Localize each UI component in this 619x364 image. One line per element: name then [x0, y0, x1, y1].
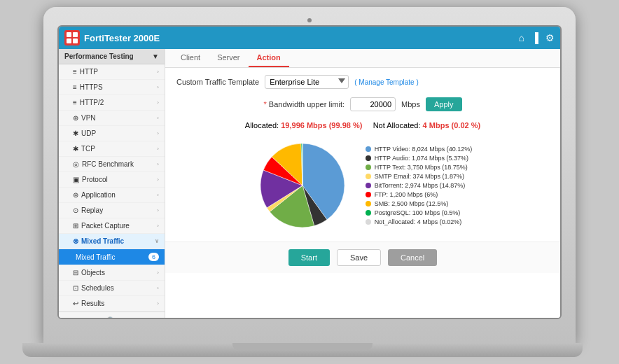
- required-star: *: [263, 100, 266, 108]
- legend-item: BitTorrent: 2,974 Mbps (14.87%): [366, 182, 473, 189]
- application-icon: ⊛: [73, 191, 78, 199]
- sidebar-item-label: Protocol: [82, 176, 108, 183]
- dropdown-chevron-icon: ▼: [152, 52, 159, 60]
- cancel-button[interactable]: Cancel: [388, 249, 437, 266]
- legend-label: PostgreSQL: 100 Mbps (0.5%): [375, 209, 461, 216]
- legend-item: HTTP Audio: 1,074 Mbps (5.37%): [366, 155, 473, 162]
- mixed-badge: 6: [148, 253, 159, 261]
- sidebar-item-mixed-parent[interactable]: ⊗ Mixed Traffic ∨: [59, 234, 165, 249]
- legend-label: BitTorrent: 2,974 Mbps (14.87%): [375, 182, 466, 189]
- sidebar-item-https[interactable]: ≡ HTTPS ›: [59, 80, 165, 95]
- http2-icon: ≡: [73, 99, 77, 106]
- chevron-icon: ›: [157, 270, 159, 276]
- sidebar-item-application[interactable]: ⊛ Application ›: [59, 188, 165, 203]
- sidebar-item-packet[interactable]: ⊞ Packet Capture ›: [59, 218, 165, 234]
- sidebar-item-label: Results: [81, 300, 104, 307]
- results-icon: ↩: [73, 300, 78, 307]
- rfc-icon: ◎: [73, 160, 79, 168]
- logo: FortiTester 2000E: [64, 30, 160, 46]
- sidebar-item-results[interactable]: ↩ Results ›: [59, 296, 165, 312]
- vpn-icon: ⊕: [73, 114, 78, 122]
- https-icon: ≡: [73, 83, 77, 91]
- protocol-icon: ▣: [73, 176, 79, 183]
- chevron-icon: ›: [157, 99, 159, 106]
- sidebar-item-label: HTTP: [80, 68, 98, 76]
- legend-label: HTTP Video: 8,024 Mbps (40.12%): [375, 146, 473, 153]
- schedules-icon: ⊡: [73, 284, 78, 292]
- chevron-icon: ›: [157, 300, 159, 307]
- sidebar: Performance Testing ▼ ≡ HTTP ›: [59, 49, 165, 318]
- sidebar-item-label: UDP: [81, 130, 96, 137]
- sidebar-item-vpn[interactable]: ⊕ VPN ›: [59, 111, 165, 126]
- legend-item: Not_Allocated: 4 Mbps (0.02%): [366, 218, 473, 225]
- not-allocated-label: Not Allocated:: [373, 121, 421, 130]
- sidebar-item-label: HTTPS: [80, 83, 103, 91]
- laptop-notch: [232, 343, 373, 350]
- manage-template-link[interactable]: ( Manage Template ): [354, 78, 419, 86]
- sidebar-item-label: Application: [81, 191, 116, 199]
- packet-icon: ⊞: [73, 222, 78, 230]
- legend-label: SMTP Email: 374 Mbps (1.87%): [375, 173, 464, 180]
- bandwidth-unit: Mbps: [401, 100, 420, 108]
- tcp-icon: ✱: [73, 145, 78, 153]
- chevron-icon: ›: [157, 84, 159, 90]
- chart-icon[interactable]: ▐: [531, 32, 538, 43]
- tab-action[interactable]: Action: [249, 49, 289, 67]
- bandwidth-input[interactable]: [350, 97, 396, 111]
- sidebar-item-rfc[interactable]: ◎ RFC Benchmark ›: [59, 157, 165, 172]
- sidebar-item-label: Schedules: [81, 284, 114, 292]
- apply-button[interactable]: Apply: [426, 97, 462, 111]
- sidebar-item-label: RFC Benchmark: [82, 160, 134, 168]
- legend-dot: [366, 183, 371, 188]
- start-button[interactable]: Start: [288, 249, 330, 266]
- gear-icon[interactable]: ⚙: [545, 32, 555, 43]
- home-icon[interactable]: ⌂: [519, 32, 524, 43]
- header-icons: ⌂ ▐ ⚙: [519, 32, 555, 43]
- not-allocated-value: 4 Mbps (0.02 %): [423, 121, 481, 130]
- legend-dot: [366, 219, 371, 225]
- legend-item: HTTP Video: 8,024 Mbps (40.12%): [366, 146, 473, 153]
- search-icon[interactable]: 🔍: [106, 316, 117, 318]
- sidebar-item-label: TCP: [81, 145, 95, 153]
- laptop-base: [22, 343, 583, 357]
- sidebar-dropdown[interactable]: Performance Testing ▼: [59, 49, 165, 64]
- sidebar-item-http[interactable]: ≡ HTTP ›: [59, 64, 165, 80]
- legend-dot: [366, 210, 371, 216]
- legend-dot: [366, 146, 371, 152]
- legend-dot: [366, 164, 371, 170]
- sidebar-item-label: VPN: [81, 114, 96, 122]
- app-header: FortiTester 2000E ⌂ ▐ ⚙: [59, 27, 560, 49]
- tab-server[interactable]: Server: [209, 49, 248, 67]
- sidebar-item-mixed-child[interactable]: Mixed Traffic 6: [59, 249, 165, 265]
- legend-dot: [366, 192, 371, 197]
- sidebar-item-label: Objects: [81, 269, 105, 276]
- sidebar-item-objects[interactable]: ⊟ Objects ›: [59, 265, 165, 281]
- allocated-label: Allocated:: [245, 121, 279, 130]
- chart-legend: HTTP Video: 8,024 Mbps (40.12%)HTTP Audi…: [366, 146, 473, 225]
- template-select[interactable]: Enterprise Lite Enterprise Web: [265, 75, 349, 89]
- sidebar-item-label: Replay: [81, 206, 103, 214]
- legend-item: FTP: 1,200 Mbps (6%): [366, 191, 473, 198]
- sidebar-item-label: Mixed Traffic: [76, 253, 116, 261]
- sidebar-item-http2[interactable]: ≡ HTTP/2 ›: [59, 95, 165, 111]
- udp-icon: ✱: [73, 130, 78, 137]
- chevron-icon: ›: [157, 223, 159, 229]
- sidebar-search: 🔍: [59, 312, 165, 318]
- sidebar-item-replay[interactable]: ⊙ Replay ›: [59, 203, 165, 218]
- legend-item: HTTP Text: 3,750 Mbps (18.75%): [366, 164, 473, 171]
- sidebar-item-udp[interactable]: ✱ UDP ›: [59, 126, 165, 141]
- mixed-icon: ⊗: [73, 237, 78, 245]
- sidebar-item-schedules[interactable]: ⊡ Schedules ›: [59, 281, 165, 296]
- sidebar-item-protocol[interactable]: ▣ Protocol ›: [59, 172, 165, 188]
- bandwidth-row: * Bandwidth upper limit: Mbps Apply: [176, 97, 549, 111]
- chevron-icon: ›: [157, 176, 159, 183]
- tab-client[interactable]: Client: [172, 49, 209, 67]
- action-footer: Start Save Cancel: [165, 241, 560, 273]
- save-button[interactable]: Save: [337, 249, 381, 266]
- pie-svg: [253, 136, 352, 234]
- tabs: Client Server Action: [165, 49, 560, 68]
- chevron-icon: ›: [157, 69, 159, 75]
- chevron-icon: ›: [157, 285, 159, 291]
- sidebar-item-tcp[interactable]: ✱ TCP ›: [59, 141, 165, 157]
- bandwidth-label-text: Bandwidth upper limit:: [269, 100, 345, 108]
